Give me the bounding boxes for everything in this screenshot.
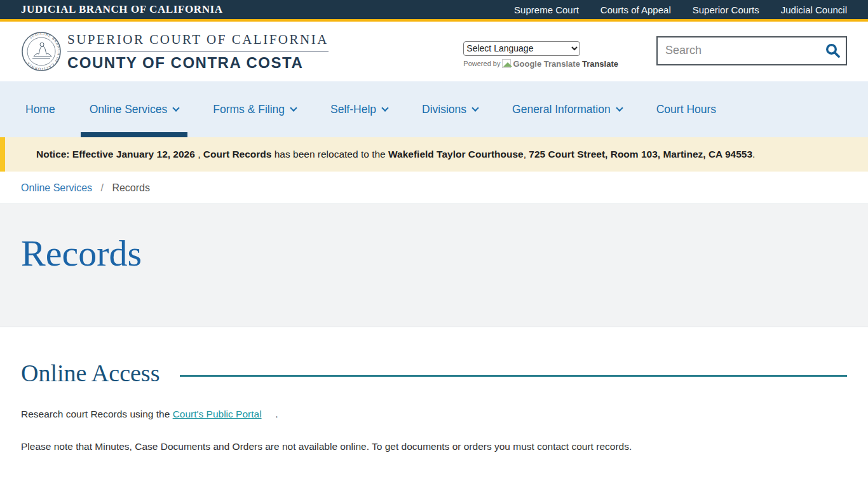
nav-item-online-services[interactable]: Online Services	[81, 81, 188, 137]
breadcrumb-separator: /	[101, 182, 104, 193]
notice-banner: Notice: Effective January 12, 2026 , Cou…	[0, 137, 868, 172]
header-right: Select Language Powered by Google Transl…	[463, 35, 847, 69]
nav-item-self-help[interactable]: Self-Help	[322, 81, 397, 137]
breadcrumb: Online Services / Records	[0, 172, 868, 204]
site-title: SUPERIOR COURT OF CALIFORNIA COUNTY OF C…	[67, 32, 329, 72]
breadcrumb-online-services-link[interactable]: Online Services	[21, 182, 92, 193]
availability-note-paragraph: Please note that Minutes, Case Documents…	[21, 440, 847, 454]
section-divider-line	[180, 375, 847, 377]
nav-item-court-hours[interactable]: Court Hours	[648, 81, 725, 137]
language-select[interactable]: Select Language	[463, 41, 580, 56]
site-logo-home-link[interactable]: JUDICIAL BRANCH OF CALIFORNIA SUPERIOR C…	[21, 31, 329, 72]
google-translate-icon	[502, 59, 511, 68]
notice-text: Notice: Effective January 12, 2026 , Cou…	[36, 146, 830, 163]
section-title-online-access: Online Access	[21, 359, 159, 387]
google-translate-brand: Google Translate	[513, 59, 580, 69]
main-content: Online Access Research court Records usi…	[0, 327, 868, 488]
judicial-branch-brand: JUDICIAL BRANCH OF CALIFORNIA	[21, 3, 223, 16]
site-title-line1: SUPERIOR COURT OF CALIFORNIA	[67, 32, 329, 51]
topbar-link-supreme-court[interactable]: Supreme Court	[514, 4, 579, 15]
translate-label: Translate	[582, 59, 618, 69]
courts-public-portal-link[interactable]: Court's Public Portal	[173, 409, 262, 419]
research-records-paragraph: Research court Records using the Court's…	[21, 407, 847, 421]
chevron-down-icon	[290, 104, 297, 111]
powered-by-label: Powered by	[463, 60, 500, 67]
chevron-down-icon	[173, 104, 180, 111]
topbar-link-superior-courts[interactable]: Superior Courts	[693, 4, 759, 15]
nav-item-home[interactable]: Home	[17, 81, 64, 137]
topbar-link-judicial-council[interactable]: Judicial Council	[781, 4, 847, 15]
chevron-down-icon	[616, 104, 623, 111]
search-button[interactable]	[820, 37, 846, 64]
topbar: JUDICIAL BRANCH OF CALIFORNIA Supreme Co…	[0, 0, 868, 22]
nav-item-general-information[interactable]: General Information	[503, 81, 631, 137]
translate-attribution: Powered by Google Translate Translate	[463, 59, 618, 69]
chevron-down-icon	[381, 104, 388, 111]
breadcrumb-current: Records	[112, 182, 150, 193]
site-header: JUDICIAL BRANCH OF CALIFORNIA SUPERIOR C…	[0, 22, 868, 81]
topbar-links: Supreme Court Courts of Appeal Superior …	[514, 4, 847, 15]
page-title: Records	[21, 232, 847, 274]
nav-item-divisions[interactable]: Divisions	[413, 81, 487, 137]
section-heading-row: Online Access	[21, 359, 847, 387]
nav-item-forms-filing[interactable]: Forms & Filing	[204, 81, 305, 137]
search-icon	[825, 43, 841, 59]
page-title-band: Records	[0, 204, 868, 327]
google-translate-widget: Select Language Powered by Google Transl…	[463, 35, 618, 69]
chevron-down-icon	[471, 104, 478, 111]
topbar-link-courts-of-appeal[interactable]: Courts of Appeal	[600, 4, 671, 15]
search-box	[656, 36, 847, 65]
main-nav: Home Online Services Forms & Filing Self…	[0, 81, 868, 137]
court-seal-icon: JUDICIAL BRANCH OF CALIFORNIA	[21, 31, 62, 72]
site-title-line2: COUNTY OF CONTRA COSTA	[67, 54, 329, 72]
search-input[interactable]	[658, 37, 820, 64]
